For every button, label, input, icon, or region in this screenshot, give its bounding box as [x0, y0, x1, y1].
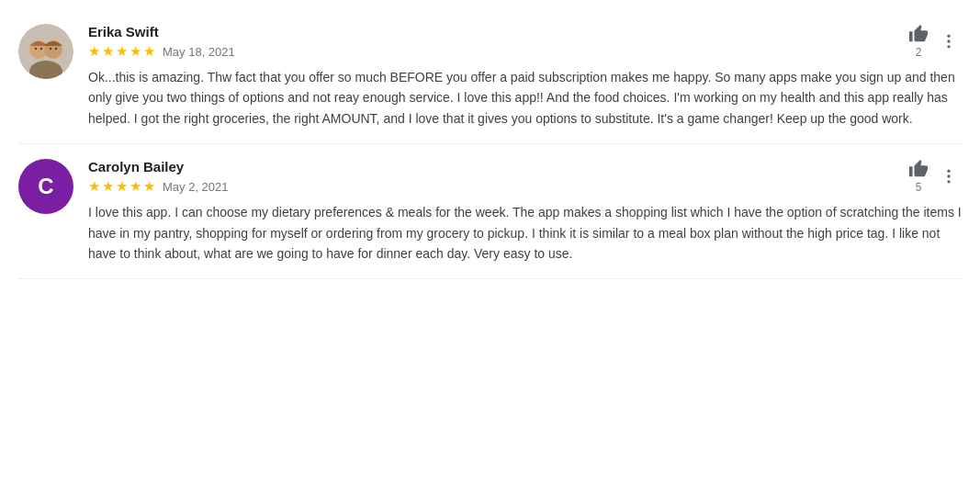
review-actions: 2	[908, 24, 962, 59]
star-icon: ★	[143, 178, 155, 195]
star-icon: ★	[102, 43, 114, 60]
more-options-button[interactable]	[936, 28, 962, 54]
review-item: Erika Swift★★★★★May 18, 2021 2 Ok...this…	[18, 9, 962, 144]
more-options-button[interactable]	[936, 163, 962, 189]
thumbs-count: 2	[916, 46, 922, 59]
star-icon: ★	[130, 178, 141, 195]
star-icon: ★	[130, 43, 141, 60]
stars-date-row: ★★★★★May 2, 2021	[88, 178, 894, 195]
svg-point-5	[40, 48, 42, 50]
review-header: Carolyn Bailey★★★★★May 2, 2021 5	[88, 159, 962, 195]
star-icon: ★	[116, 43, 128, 60]
review-actions: 5	[908, 159, 962, 194]
star-icon: ★	[143, 43, 155, 60]
review-text: I love this app. I can choose my dietary…	[88, 202, 962, 264]
thumbs-count: 5	[916, 181, 922, 194]
star-icon: ★	[88, 43, 100, 60]
star-icon: ★	[88, 178, 100, 195]
review-content: Carolyn Bailey★★★★★May 2, 2021 5 I love …	[88, 159, 962, 264]
star-rating: ★★★★★	[88, 43, 155, 60]
review-header: Erika Swift★★★★★May 18, 2021 2	[88, 24, 962, 60]
svg-point-6	[50, 48, 51, 50]
svg-point-10	[947, 45, 950, 48]
review-item: CCarolyn Bailey★★★★★May 2, 2021 5 I love…	[18, 144, 962, 279]
svg-point-12	[947, 175, 950, 178]
review-content: Erika Swift★★★★★May 18, 2021 2 Ok...this…	[88, 24, 962, 129]
reviewer-name: Erika Swift	[88, 24, 894, 39]
avatar: C	[18, 159, 73, 214]
reviewer-name: Carolyn Bailey	[88, 159, 894, 174]
svg-point-11	[947, 170, 950, 173]
reviews-list: Erika Swift★★★★★May 18, 2021 2 Ok...this…	[18, 9, 962, 279]
avatar	[18, 24, 73, 79]
svg-point-9	[947, 39, 950, 42]
thumbs-up-button[interactable]	[908, 159, 929, 179]
thumbs-up-area: 5	[908, 159, 929, 194]
thumbs-up-area: 2	[908, 24, 929, 59]
star-rating: ★★★★★	[88, 178, 155, 195]
review-date: May 18, 2021	[163, 45, 235, 59]
reviewer-info: Erika Swift★★★★★May 18, 2021	[88, 24, 894, 60]
star-icon: ★	[102, 178, 114, 195]
review-text: Ok...this is amazing. Thw fact that you …	[88, 67, 962, 129]
svg-point-13	[947, 180, 950, 183]
review-date: May 2, 2021	[163, 180, 229, 194]
star-icon: ★	[116, 178, 128, 195]
svg-point-4	[35, 48, 37, 50]
stars-date-row: ★★★★★May 18, 2021	[88, 43, 894, 60]
svg-point-8	[947, 35, 950, 38]
svg-point-7	[55, 48, 57, 50]
thumbs-up-button[interactable]	[908, 24, 929, 44]
reviewer-info: Carolyn Bailey★★★★★May 2, 2021	[88, 159, 894, 195]
